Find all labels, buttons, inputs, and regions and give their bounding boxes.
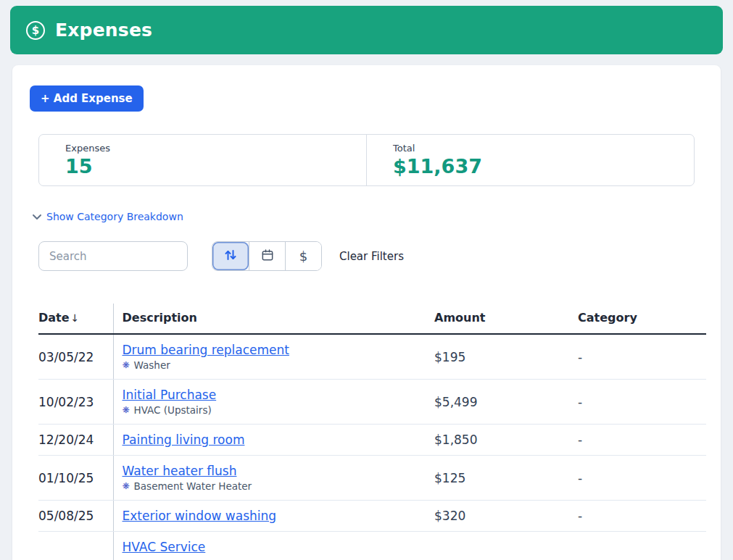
expense-asset: ❋ HVAC (Upstairs) xyxy=(123,404,418,416)
expense-amount: $1,850 xyxy=(426,425,569,456)
expenses-table: Date↓ Description Amount Category 03/05/… xyxy=(38,304,706,560)
category-breakdown-toggle[interactable]: Show Category Breakdown xyxy=(32,208,695,225)
sort-arrows-icon xyxy=(223,248,238,264)
amount-filter-button[interactable]: $ xyxy=(285,242,321,270)
expense-asset: ❋ Washer xyxy=(123,359,418,371)
expense-description-link[interactable]: Drum bearing replacement xyxy=(123,343,289,357)
search-input[interactable] xyxy=(38,241,188,271)
sort-desc-icon: ↓ xyxy=(71,312,80,324)
appliance-icon: ❋ xyxy=(123,406,130,414)
expense-asset: ❋ Basement Water Heater xyxy=(123,480,418,492)
expenses-card: + Add Expense Expenses 15 Total $11,637 … xyxy=(12,65,721,560)
expense-amount: $125 xyxy=(426,456,569,501)
clear-filters-button[interactable]: Clear Filters xyxy=(339,250,404,263)
table-row: 12/20/24 Painting living room ❋ $1,850 - xyxy=(38,425,706,456)
expense-date: 01/10/25 xyxy=(38,456,113,501)
table-row: 01/10/25 Water heater flush ❋ Basement W… xyxy=(38,456,706,501)
dollar-circle-icon: $ xyxy=(26,21,45,40)
expense-category: - xyxy=(569,380,706,425)
filter-button-group: $ xyxy=(212,241,322,271)
expense-amount: $320 xyxy=(426,501,569,532)
column-header-amount[interactable]: Amount xyxy=(426,304,569,334)
show-category-breakdown-link[interactable]: Show Category Breakdown xyxy=(46,211,183,222)
expense-category xyxy=(569,532,706,560)
expense-amount: $195 xyxy=(426,334,569,380)
expense-amount: $5,499 xyxy=(426,380,569,425)
dollar-icon: $ xyxy=(299,248,307,264)
expense-description-link[interactable]: Exterior window washing xyxy=(123,509,277,523)
summary-panel: Expenses 15 Total $11,637 xyxy=(38,134,695,186)
sort-filter-button[interactable] xyxy=(212,242,249,270)
expense-date: 10/02/23 xyxy=(38,380,113,425)
expense-category: - xyxy=(569,501,706,532)
date-filter-button[interactable] xyxy=(249,242,285,270)
table-row: 10/02/23 Initial Purchase ❋ HVAC (Upstai… xyxy=(38,380,706,425)
expense-date: 03/05/22 xyxy=(38,334,113,380)
chevron-down-icon xyxy=(32,214,42,220)
expenses-count-label: Expenses xyxy=(65,143,366,154)
expense-amount xyxy=(426,532,569,560)
total-value: $11,637 xyxy=(393,155,694,177)
expense-description-link[interactable]: Painting living room xyxy=(123,432,245,447)
app-header: $ Expenses xyxy=(10,6,723,54)
summary-total: Total $11,637 xyxy=(367,135,694,185)
page-title: Expenses xyxy=(55,20,152,41)
column-header-date[interactable]: Date↓ xyxy=(38,304,113,334)
table-header-row: Date↓ Description Amount Category xyxy=(38,304,706,334)
table-row: 05/08/25 Exterior window washing ❋ $320 … xyxy=(38,501,706,532)
expense-description-link[interactable]: HVAC Service xyxy=(123,540,206,554)
appliance-icon: ❋ xyxy=(123,361,130,369)
expense-category: - xyxy=(569,334,706,380)
expenses-count-value: 15 xyxy=(65,155,366,177)
calendar-icon xyxy=(260,248,275,264)
table-row: HVAC Service ❋ xyxy=(38,532,706,560)
total-label: Total xyxy=(393,143,694,154)
add-expense-button[interactable]: + Add Expense xyxy=(30,85,144,112)
expense-description-link[interactable]: Initial Purchase xyxy=(123,388,217,402)
expense-date: 12/20/24 xyxy=(38,425,113,456)
expense-category: - xyxy=(569,456,706,501)
expense-category: - xyxy=(569,425,706,456)
column-header-description[interactable]: Description xyxy=(113,304,426,334)
appliance-icon: ❋ xyxy=(123,482,130,490)
summary-expenses: Expenses 15 xyxy=(39,135,366,185)
expense-date xyxy=(38,532,113,560)
column-header-category[interactable]: Category xyxy=(569,304,706,334)
expense-date: 05/08/25 xyxy=(38,501,113,532)
filters-bar: $ Clear Filters xyxy=(38,241,703,271)
table-row: 03/05/22 Drum bearing replacement ❋ Wash… xyxy=(38,334,706,380)
expense-description-link[interactable]: Water heater flush xyxy=(123,464,237,478)
